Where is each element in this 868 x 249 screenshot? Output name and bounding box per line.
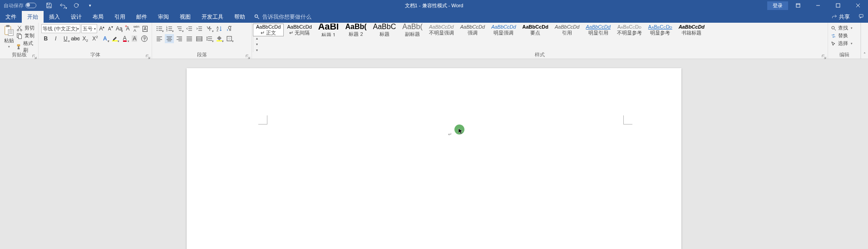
select-button[interactable]: 选择▾	[831, 40, 858, 47]
comments-icon[interactable]	[854, 11, 868, 22]
group-label-editing: 编辑	[828, 51, 860, 58]
svg-rect-13	[112, 40, 118, 41]
clipboard-launcher[interactable]	[32, 53, 37, 57]
char-shading-button[interactable]: A	[130, 34, 139, 43]
italic-button[interactable]: I	[51, 34, 60, 43]
document-canvas[interactable]: ↵	[0, 59, 868, 249]
tab-layout[interactable]: 布局	[87, 11, 109, 23]
grow-font-button[interactable]: A▴	[98, 24, 106, 33]
tab-insert[interactable]: 插入	[44, 11, 65, 23]
qat-more-icon[interactable]: ▾	[85, 1, 94, 10]
style-不明显参考[interactable]: AaBbCcDd不明显参考	[614, 24, 645, 36]
save-icon[interactable]	[44, 1, 54, 10]
group-label-styles: 样式	[252, 51, 828, 58]
svg-point-14	[157, 26, 158, 27]
borders-button[interactable]: ▾	[225, 34, 234, 43]
align-right-button[interactable]	[175, 34, 184, 43]
text-effects-button[interactable]: A▾	[100, 34, 109, 43]
align-center-button[interactable]	[165, 34, 174, 43]
style-标题[interactable]: AaBbC标题	[370, 24, 399, 36]
tab-home[interactable]: 开始	[22, 11, 44, 23]
style-明显参考[interactable]: AaBbCcDd明显参考	[645, 24, 676, 36]
underline-button[interactable]: U▾	[61, 34, 70, 43]
enclose-char-button[interactable]: 字	[140, 34, 149, 43]
change-case-button[interactable]: Aa▾	[115, 24, 123, 33]
svg-rect-12	[17, 45, 20, 46]
shrink-font-button[interactable]: A▾	[107, 24, 114, 33]
font-name-combo[interactable]: 等线 (中文正文)▾	[41, 24, 80, 33]
font-color-button[interactable]: A▾	[120, 34, 129, 43]
undo-icon[interactable]: ▾	[58, 1, 67, 10]
sort-button[interactable]: AZ	[215, 24, 224, 33]
tell-me-search[interactable]: 告诉我你想要做什么	[254, 11, 311, 23]
tab-help[interactable]: 帮助	[229, 11, 251, 23]
align-left-button[interactable]	[155, 34, 164, 43]
phonetic-guide-button[interactable]: wénA	[133, 24, 140, 33]
ribbon-options-icon[interactable]	[788, 0, 808, 11]
font-size-combo[interactable]: 五号▾	[81, 24, 97, 33]
strike-button[interactable]: abc	[71, 34, 80, 43]
styles-more-button[interactable]: ▴▾▾	[253, 36, 260, 52]
char-border-button[interactable]: A	[141, 24, 149, 33]
share-button[interactable]: 共享	[827, 11, 854, 23]
tab-view[interactable]: 视图	[174, 11, 196, 23]
style-正文[interactable]: AaBbCcDd↵ 正文	[253, 24, 284, 36]
minimize-icon[interactable]	[808, 0, 828, 11]
style-不明显强调[interactable]: AaBbCcDd不明显强调	[426, 24, 457, 36]
font-launcher[interactable]	[146, 53, 150, 57]
bullets-button[interactable]: ▾	[155, 24, 164, 33]
svg-rect-11	[18, 35, 21, 39]
style-标题 2[interactable]: AaBb(标题 2	[342, 24, 370, 36]
style-明显强调[interactable]: AaBbCcDd明显强调	[488, 24, 519, 36]
asian-layout-button[interactable]: ▾	[205, 24, 214, 33]
collapse-ribbon-button[interactable]: ˄	[861, 23, 868, 59]
group-clipboard: 粘贴 ▾ 剪切 复制 格式刷 剪贴板	[0, 23, 39, 59]
cut-button[interactable]: 剪切	[16, 25, 35, 31]
line-spacing-button[interactable]: ▾	[205, 34, 214, 43]
page[interactable]: ↵	[187, 68, 681, 249]
style-标题 1[interactable]: AaBl标题 1	[315, 24, 342, 36]
tab-references[interactable]: 引用	[109, 11, 131, 23]
tab-design[interactable]: 设计	[65, 11, 87, 23]
bold-button[interactable]: B	[41, 34, 50, 43]
clear-format-button[interactable]: A✦	[124, 24, 132, 33]
tab-mail[interactable]: 邮件	[131, 11, 153, 23]
margin-corner-tl	[258, 115, 267, 124]
style-强调[interactable]: AaBbCcDd强调	[457, 24, 488, 36]
superscript-button[interactable]: X2	[91, 34, 100, 43]
show-marks-button[interactable]	[225, 24, 234, 33]
multilevel-button[interactable]: ▾	[175, 24, 184, 33]
align-distribute-button[interactable]	[195, 34, 204, 43]
margin-corner-tr	[623, 115, 632, 124]
style-引用[interactable]: AaBbCcDd引用	[552, 24, 582, 36]
style-明显引用[interactable]: AaBbCcDd明显引用	[582, 24, 613, 36]
paste-button[interactable]: 粘贴 ▾	[3, 24, 15, 54]
find-button[interactable]: 查找▾	[831, 25, 858, 31]
autosave-toggle[interactable]: 自动保存	[4, 2, 36, 9]
style-书籍标题[interactable]: AaBbCcDd书籍标题	[676, 24, 708, 36]
align-justify-button[interactable]	[185, 34, 194, 43]
group-editing: 查找▾ 替换 选择▾ 编辑	[828, 23, 861, 59]
paragraph-launcher[interactable]	[246, 53, 250, 57]
numbering-button[interactable]: 123▾	[165, 24, 174, 33]
svg-rect-6	[6, 25, 10, 27]
maximize-icon[interactable]	[828, 0, 848, 11]
replace-button[interactable]: 替换	[831, 32, 858, 39]
subscript-button[interactable]: X2	[81, 34, 90, 43]
tab-review[interactable]: 审阅	[153, 11, 174, 23]
login-button[interactable]: 登录	[767, 1, 788, 10]
tab-developer[interactable]: 开发工具	[196, 11, 229, 23]
redo-icon[interactable]	[72, 1, 81, 10]
highlight-button[interactable]: ▾	[110, 34, 119, 43]
style-要点[interactable]: AaBbCcDd要点	[519, 24, 552, 36]
close-icon[interactable]	[848, 0, 868, 11]
style-无间隔[interactable]: AaBbCcDd↵ 无间隔	[284, 24, 315, 36]
tab-file[interactable]: 文件	[0, 11, 22, 23]
decrease-indent-button[interactable]	[185, 24, 194, 33]
increase-indent-button[interactable]	[195, 24, 204, 33]
style-副标题[interactable]: AaBb(副标题	[399, 24, 425, 36]
ribbon-tabs: 文件 开始 插入 设计 布局 引用 邮件 审阅 视图 开发工具 帮助 告诉我你想…	[0, 11, 868, 23]
copy-button[interactable]: 复制	[16, 32, 35, 39]
styles-launcher[interactable]	[822, 53, 826, 57]
shading-button[interactable]: ▾	[215, 34, 224, 43]
